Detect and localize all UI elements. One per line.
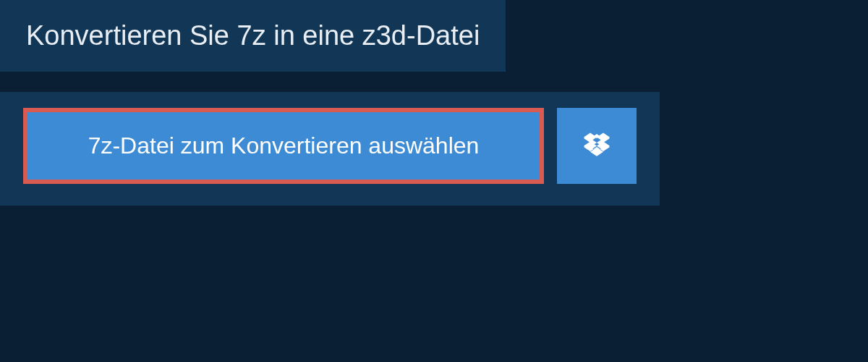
select-file-button[interactable]: 7z-Datei zum Konvertieren auswählen xyxy=(23,108,544,184)
dropbox-button[interactable] xyxy=(557,108,637,184)
dropbox-icon xyxy=(584,132,610,161)
action-panel: 7z-Datei zum Konvertieren auswählen xyxy=(0,92,660,206)
select-file-label: 7z-Datei zum Konvertieren auswählen xyxy=(88,132,480,159)
header-bar: Konvertieren Sie 7z in eine z3d-Datei xyxy=(0,0,506,72)
page-title: Konvertieren Sie 7z in eine z3d-Datei xyxy=(26,20,480,51)
